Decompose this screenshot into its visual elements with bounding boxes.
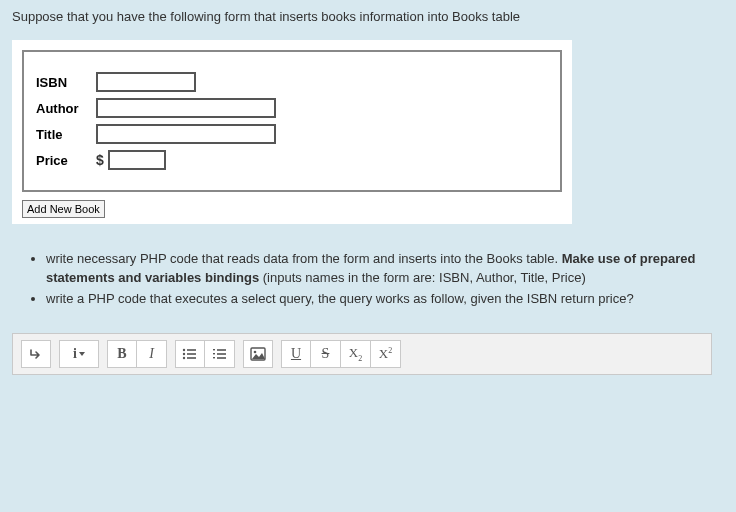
superscript-icon-label: X2 (379, 346, 392, 362)
underline-icon-label: U (291, 346, 301, 362)
books-form: ISBN Author Title Price $ (22, 50, 562, 192)
strike-icon-label: S (322, 346, 330, 362)
editor-toolbar: i B I (12, 333, 712, 375)
intro-text: Suppose that you have the following form… (12, 8, 724, 26)
bullet-list-icon (182, 347, 198, 361)
add-new-book-button[interactable]: Add New Book (22, 200, 105, 218)
svg-rect-11 (217, 357, 226, 359)
input-title[interactable] (96, 124, 276, 144)
svg-rect-1 (187, 349, 196, 351)
numbered-list-icon (212, 347, 228, 361)
input-isbn[interactable] (96, 72, 196, 92)
svg-rect-6 (213, 349, 215, 350)
svg-point-13 (254, 350, 257, 353)
svg-rect-3 (187, 353, 196, 355)
input-author[interactable] (96, 98, 276, 118)
label-isbn: ISBN (36, 75, 96, 90)
paragraph-format-button[interactable] (21, 340, 51, 368)
question-item-2: write a PHP code that executes a select … (46, 290, 724, 309)
svg-rect-8 (213, 353, 215, 354)
image-icon (250, 347, 266, 361)
superscript-button[interactable]: X2 (371, 340, 401, 368)
label-title: Title (36, 127, 96, 142)
chevron-down-icon (79, 352, 85, 356)
q1-part-b: (inputs names in the form are: ISBN, Aut… (259, 270, 586, 285)
svg-rect-7 (217, 349, 226, 351)
subscript-icon-label: X2 (349, 345, 362, 363)
paragraph-arrow-icon (29, 347, 43, 361)
subscript-button[interactable]: X2 (341, 340, 371, 368)
unordered-list-button[interactable] (175, 340, 205, 368)
insert-image-button[interactable] (243, 340, 273, 368)
svg-rect-10 (213, 357, 215, 358)
form-screenshot-panel: ISBN Author Title Price $ Add New Book (12, 40, 572, 224)
question-list: write necessary PHP code that reads data… (12, 250, 724, 309)
svg-rect-9 (217, 353, 226, 355)
italic-icon-label: I (149, 346, 154, 362)
question-item-1: write necessary PHP code that reads data… (46, 250, 724, 288)
bold-button[interactable]: B (107, 340, 137, 368)
strikethrough-button[interactable]: S (311, 340, 341, 368)
label-price: Price (36, 153, 96, 168)
label-author: Author (36, 101, 96, 116)
price-prefix: $ (96, 152, 104, 168)
svg-point-0 (183, 349, 185, 351)
bold-icon-label: B (117, 346, 126, 362)
svg-point-2 (183, 353, 185, 355)
underline-button[interactable]: U (281, 340, 311, 368)
italic-button[interactable]: I (137, 340, 167, 368)
info-icon-label: i (73, 346, 77, 362)
ordered-list-button[interactable] (205, 340, 235, 368)
svg-point-4 (183, 357, 185, 359)
svg-rect-5 (187, 357, 196, 359)
q1-part-a: write necessary PHP code that reads data… (46, 251, 562, 266)
input-price[interactable] (108, 150, 166, 170)
info-dropdown-button[interactable]: i (59, 340, 99, 368)
